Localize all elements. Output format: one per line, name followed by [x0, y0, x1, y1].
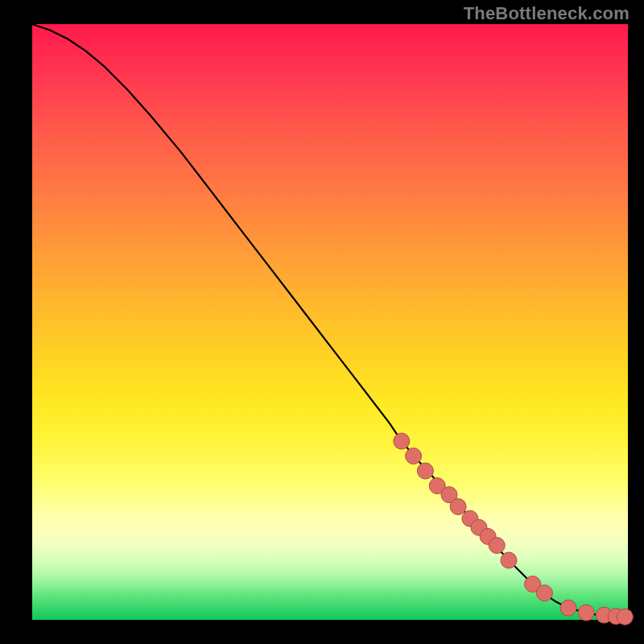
data-marker — [450, 498, 466, 514]
data-marker — [489, 538, 505, 554]
data-marker — [501, 552, 517, 568]
data-marker — [406, 448, 422, 464]
data-marker — [578, 605, 594, 621]
marker-group — [394, 433, 634, 625]
data-marker — [394, 433, 410, 449]
data-marker — [617, 609, 633, 625]
bottleneck-curve — [32, 24, 628, 617]
chart-overlay — [32, 24, 628, 620]
data-marker — [536, 585, 552, 601]
chart-frame: TheBottleneck.com — [0, 0, 644, 644]
data-marker — [560, 600, 576, 616]
watermark-label: TheBottleneck.com — [464, 3, 630, 24]
data-marker — [417, 463, 433, 479]
